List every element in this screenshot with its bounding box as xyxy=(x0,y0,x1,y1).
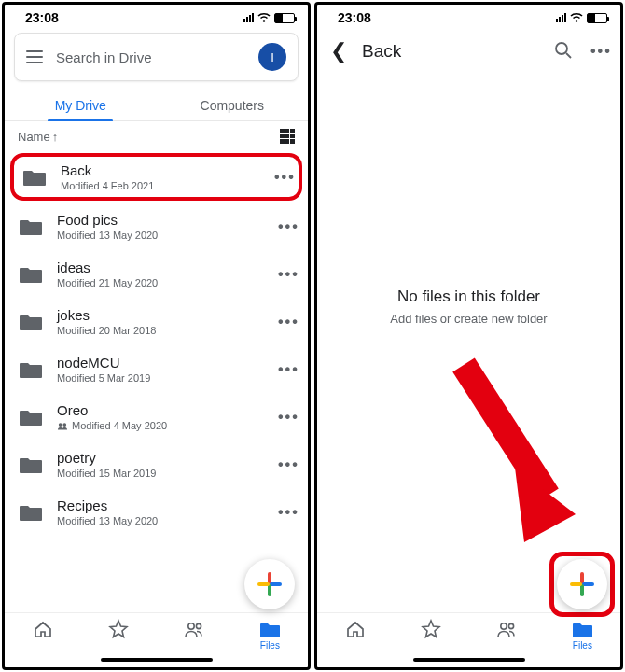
folder-icon xyxy=(18,407,44,427)
more-icon[interactable]: ••• xyxy=(278,409,295,426)
more-icon[interactable]: ••• xyxy=(274,169,291,186)
folder-icon xyxy=(18,217,44,237)
more-icon[interactable]: ••• xyxy=(278,361,295,378)
home-indicator xyxy=(413,658,525,662)
nav-starred[interactable] xyxy=(393,619,468,651)
more-icon[interactable]: ••• xyxy=(278,266,295,283)
folder-subtitle: Modified 15 Mar 2019 xyxy=(57,468,265,479)
folder-icon xyxy=(18,455,44,475)
more-icon[interactable]: ••• xyxy=(278,504,295,521)
sort-row: Name ↑ xyxy=(5,121,308,151)
folder-name: nodeMCU xyxy=(57,355,265,371)
folder-name: Food pics xyxy=(57,212,265,228)
folder-name: poetry xyxy=(57,450,265,466)
folder-row[interactable]: OreoModified 4 May 2020••• xyxy=(5,393,308,441)
folder-subtitle: Modified 13 May 2020 xyxy=(57,230,265,241)
folder-name: ideas xyxy=(57,259,265,275)
folder-icon xyxy=(21,167,48,188)
nav-starred[interactable] xyxy=(80,619,156,651)
folder-name: Oreo xyxy=(57,402,265,418)
back-chevron-icon[interactable]: ❮ xyxy=(330,41,347,62)
nav-shared[interactable] xyxy=(469,619,545,651)
more-icon[interactable]: ••• xyxy=(278,456,295,473)
folder-header: ❮ Back ••• xyxy=(317,27,620,76)
folder-subtitle: Modified 21 May 2020 xyxy=(57,277,265,288)
empty-title: No files in this folder xyxy=(397,287,540,306)
status-time: 23:08 xyxy=(25,10,59,25)
search-bar[interactable]: Search in Drive I xyxy=(14,33,299,81)
folder-icon xyxy=(18,312,44,332)
search-placeholder: Search in Drive xyxy=(56,49,245,65)
search-icon[interactable] xyxy=(553,40,572,63)
folder-icon xyxy=(18,359,44,380)
folder-name: jokes xyxy=(57,307,265,323)
folder-row[interactable]: BackModified 4 Feb 2021••• xyxy=(10,153,302,201)
wifi-icon xyxy=(570,11,583,24)
folder-title: Back xyxy=(362,41,538,62)
signal-icon xyxy=(556,13,566,22)
tab-computers[interactable]: Computers xyxy=(157,89,309,120)
drive-tabs: My Drive Computers xyxy=(5,89,308,121)
more-icon[interactable]: ••• xyxy=(590,43,607,60)
status-bar: 23:08 xyxy=(317,5,620,27)
empty-subtitle: Add files or create new folder xyxy=(390,312,547,326)
folder-name: Recipes xyxy=(57,497,265,513)
folder-subtitle: Modified 4 May 2020 xyxy=(57,420,265,431)
status-icons xyxy=(556,11,607,24)
signal-icon xyxy=(243,13,254,22)
sort-button[interactable]: Name ↑ xyxy=(18,130,58,144)
folder-row[interactable]: poetryModified 15 Mar 2019••• xyxy=(5,441,308,488)
more-icon[interactable]: ••• xyxy=(278,218,295,235)
fab-new-button[interactable] xyxy=(557,559,607,609)
folder-icon xyxy=(18,264,44,285)
home-indicator xyxy=(101,658,213,662)
plus-multicolor-icon xyxy=(570,572,594,596)
folder-row[interactable]: jokesModified 20 Mar 2018••• xyxy=(5,298,308,345)
folder-subtitle: Modified 20 Mar 2018 xyxy=(57,325,265,336)
folder-row[interactable]: ideasModified 21 May 2020••• xyxy=(5,250,308,298)
more-icon[interactable]: ••• xyxy=(278,314,295,330)
folder-row[interactable]: nodeMCUModified 5 Mar 2019••• xyxy=(5,345,308,393)
battery-icon xyxy=(587,13,607,23)
screenshot-right: 23:08 ❮ Back ••• No files in this folder… xyxy=(314,2,623,670)
grid-view-icon[interactable] xyxy=(280,129,295,144)
nav-home[interactable] xyxy=(317,619,393,651)
account-avatar[interactable]: I xyxy=(258,43,286,71)
hamburger-icon[interactable] xyxy=(26,50,43,63)
folder-subtitle: Modified 13 May 2020 xyxy=(57,515,265,526)
folder-icon xyxy=(18,502,44,523)
bottom-nav: Files xyxy=(317,612,620,654)
battery-icon xyxy=(274,13,295,23)
folder-list: BackModified 4 Feb 2021•••Food picsModif… xyxy=(5,151,308,612)
plus-multicolor-icon xyxy=(257,572,282,596)
status-icons xyxy=(243,11,295,24)
nav-home[interactable] xyxy=(5,619,80,651)
nav-files[interactable]: Files xyxy=(545,619,620,651)
nav-files[interactable]: Files xyxy=(232,619,308,651)
wifi-icon xyxy=(257,11,271,24)
status-bar: 23:08 xyxy=(5,5,308,27)
nav-shared[interactable] xyxy=(157,619,232,651)
status-time: 23:08 xyxy=(338,10,371,25)
folder-subtitle: Modified 4 Feb 2021 xyxy=(61,180,261,191)
folder-subtitle: Modified 5 Mar 2019 xyxy=(57,372,265,384)
folder-row[interactable]: Food picsModified 13 May 2020••• xyxy=(5,203,308,250)
tab-my-drive[interactable]: My Drive xyxy=(5,89,157,120)
fab-new-button[interactable] xyxy=(244,559,295,609)
arrow-up-icon: ↑ xyxy=(52,130,59,144)
screenshot-left: 23:08 Search in Drive I My Drive Compute… xyxy=(2,2,311,670)
shared-icon xyxy=(57,421,68,430)
folder-name: Back xyxy=(61,162,261,178)
bottom-nav: Files xyxy=(5,612,308,654)
folder-row[interactable]: RecipesModified 13 May 2020••• xyxy=(5,488,308,536)
empty-state: No files in this folder Add files or cre… xyxy=(317,76,620,612)
